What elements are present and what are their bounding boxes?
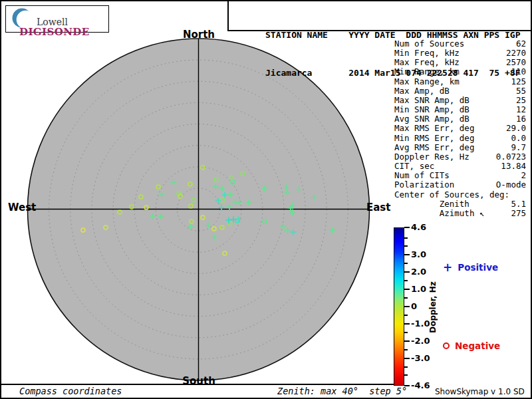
compass-label-west: West: [8, 201, 36, 213]
info-row: Avg SNR Amp, dB16: [394, 114, 526, 124]
info-row: Min SNR Amp, dB12: [394, 105, 526, 114]
footer-coordinate-system: Compass coordinates: [19, 386, 122, 396]
colorbar-tick-label: 1.0: [411, 284, 426, 294]
header-divider-vertical: [227, 1, 229, 31]
colorbar-major-tick: [404, 254, 410, 255]
info-row: Doppler Res, Hz0.0723: [394, 152, 526, 162]
info-row: CIT, sec13.84: [394, 162, 526, 171]
info-row: Num of Sources62: [394, 39, 526, 49]
colorbar-minor-tick: [404, 332, 408, 333]
colorbar-major-tick: [404, 306, 410, 307]
info-row: PolarizationO-mode: [394, 180, 526, 190]
info-row: Min Range, km110: [394, 67, 526, 76]
colorbar-minor-tick: [404, 374, 408, 376]
colorbar-major-tick: [404, 289, 410, 290]
info-row: Max Range, km125: [394, 77, 526, 86]
legend-negative-label: Negative: [455, 340, 500, 351]
colorbar-tick-label: 3.0: [411, 249, 426, 259]
colorbar-tick-label: -4.6: [411, 380, 430, 390]
colorbar-major-tick: [404, 340, 410, 342]
colorbar-minor-tick: [404, 297, 408, 299]
colorbar-major-tick: [404, 323, 410, 325]
legend-positive-label: Positive: [458, 262, 498, 273]
info-panel: Num of Sources62Min Freq, kHz2270Max Fre…: [394, 39, 526, 218]
colorbar-minor-tick: [404, 349, 408, 350]
colorbar-major-tick: [404, 358, 410, 359]
colorbar-tick-label: -3.0: [411, 353, 430, 363]
compass-label-east: East: [366, 201, 390, 213]
info-row: Min Freq, kHz2270: [394, 49, 526, 58]
info-row: Azimuth ↖275: [394, 209, 526, 218]
info-row: Max SNR Amp, dB25: [394, 96, 526, 105]
footer-version: ShowSkymap v 1.0 SD v 4.2: [434, 387, 532, 399]
logo-text-digisonde: DIGISONDE: [19, 26, 90, 38]
colorbar-tick-label: -1.0: [411, 319, 430, 329]
colorbar-tick-label: -2.0: [411, 336, 430, 346]
info-row: Max Amp, dB55: [394, 86, 526, 96]
colorbar-tick-label: 2.0: [411, 267, 426, 277]
colorbar-minor-tick: [404, 263, 408, 264]
colorbar-axis-label: Doppler, Hz: [428, 281, 438, 333]
footer-zenith-scale: Zenith: max 40° step 5°: [277, 386, 407, 396]
colorbar-minor-tick: [404, 280, 408, 281]
info-row: Max RMS Err, deg29.0: [394, 124, 526, 133]
info-row: Center of Sources, deg:: [394, 190, 526, 200]
legend-positive: + Positive: [443, 262, 498, 273]
colorbar-minor-tick: [404, 245, 408, 247]
colorbar: 4.63.02.01.00-1.0-2.0-3.0-4.6: [394, 227, 404, 386]
legend-negative: Negative: [443, 340, 500, 351]
info-row: Min RMS Err, deg0.0: [394, 134, 526, 143]
colorbar-tick-label: 4.6: [411, 222, 426, 232]
compass-label-south: South: [180, 375, 218, 387]
info-row: Num of CITs2: [394, 171, 526, 180]
info-row: Zenith5.1: [394, 200, 526, 209]
colorbar-gradient: [394, 227, 404, 386]
colorbar-tick-label: 0: [411, 301, 417, 311]
lowell-digisonde-logo: Lowell DIGISONDE: [5, 5, 109, 33]
info-row: Max Freq, kHz2570: [394, 58, 526, 67]
colorbar-minor-tick: [404, 366, 408, 368]
compass-label-north: North: [180, 29, 218, 41]
colorbar-major-tick: [404, 227, 410, 228]
colorbar-major-tick: [404, 271, 410, 273]
negative-marker-icon: [443, 342, 450, 349]
positive-marker-icon: +: [443, 263, 452, 272]
colorbar-minor-tick: [404, 237, 408, 239]
info-row: Avg RMS Err, deg9.7: [394, 143, 526, 152]
colorbar-minor-tick: [404, 315, 408, 316]
